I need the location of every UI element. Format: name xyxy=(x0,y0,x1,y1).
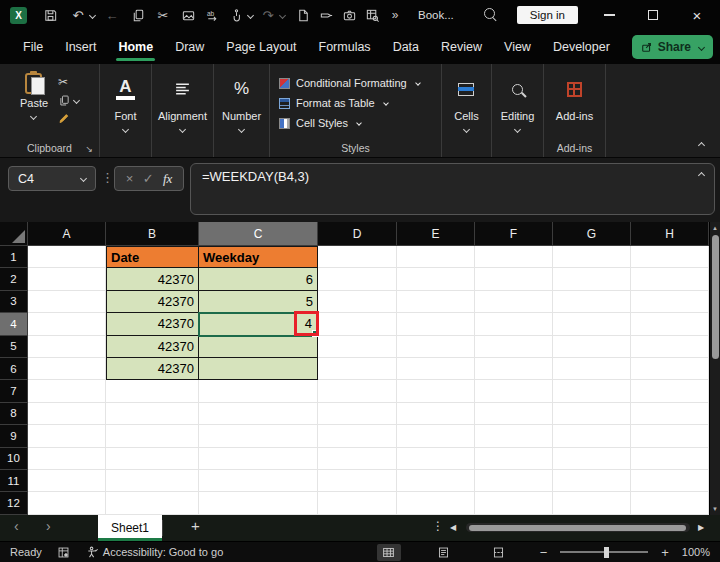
number-button[interactable]: % Number xyxy=(222,71,261,132)
cell-f1[interactable] xyxy=(475,246,553,268)
cell-b11[interactable] xyxy=(106,470,199,492)
cell-h5[interactable] xyxy=(631,336,709,358)
cell-c1[interactable]: Weekday xyxy=(199,246,318,268)
cell-g10[interactable] xyxy=(553,448,631,470)
cell-h3[interactable] xyxy=(631,291,709,313)
row-header-7[interactable]: 7 xyxy=(0,380,28,402)
cell-a11[interactable] xyxy=(28,470,106,492)
cell-g9[interactable] xyxy=(553,425,631,447)
tab-file[interactable]: File xyxy=(12,30,54,64)
minimize-button[interactable] xyxy=(600,6,618,24)
cell-a12[interactable] xyxy=(28,492,106,514)
cell-g11[interactable] xyxy=(553,470,631,492)
cell-e12[interactable] xyxy=(397,492,475,514)
cell-d1[interactable] xyxy=(318,246,397,268)
tab-data[interactable]: Data xyxy=(382,30,430,64)
formula-bar-ellipsis-icon[interactable]: ⋮ xyxy=(101,170,114,185)
cell-f5[interactable] xyxy=(475,336,553,358)
cell-b7[interactable] xyxy=(106,380,199,402)
tab-draw[interactable]: Draw xyxy=(164,30,215,64)
prev-sheet-icon[interactable]: ‹ xyxy=(14,518,19,534)
cell-c6[interactable] xyxy=(199,358,318,380)
undo-icon[interactable]: ↶ xyxy=(69,6,87,24)
cell-h6[interactable] xyxy=(631,358,709,380)
tab-formulas[interactable]: Formulas xyxy=(308,30,382,64)
cell-f9[interactable] xyxy=(475,425,553,447)
more-commands-icon[interactable]: » xyxy=(386,6,404,24)
cell-f7[interactable] xyxy=(475,380,553,402)
cell-d7[interactable] xyxy=(318,380,397,402)
column-header-d[interactable]: D xyxy=(318,222,397,246)
cell-a6[interactable] xyxy=(28,358,106,380)
zoom-level[interactable]: 100% xyxy=(682,546,710,558)
addins-button[interactable]: Add-ins xyxy=(556,71,593,122)
cell-a2[interactable] xyxy=(28,268,106,290)
cell-h8[interactable] xyxy=(631,403,709,425)
conditional-formatting-button[interactable]: Conditional Formatting xyxy=(270,73,441,93)
font-button[interactable]: A Font xyxy=(114,71,136,132)
cell-e11[interactable] xyxy=(397,470,475,492)
row-header-9[interactable]: 9 xyxy=(0,425,28,447)
enter-icon[interactable]: ✓ xyxy=(143,171,154,186)
cell-b10[interactable] xyxy=(106,448,199,470)
scroll-up-icon[interactable]: ▲ xyxy=(710,225,720,231)
cell-a9[interactable] xyxy=(28,425,106,447)
cell-d2[interactable] xyxy=(318,268,397,290)
cell-e10[interactable] xyxy=(397,448,475,470)
format-as-table-button[interactable]: Format as Table xyxy=(270,93,441,113)
cell-h11[interactable] xyxy=(631,470,709,492)
scroll-down-icon[interactable]: ▼ xyxy=(710,506,720,512)
cell-f11[interactable] xyxy=(475,470,553,492)
row-header-4[interactable]: 4 xyxy=(0,313,28,335)
cell-d6[interactable] xyxy=(318,358,397,380)
cell-h4[interactable] xyxy=(631,313,709,335)
cell-c11[interactable] xyxy=(199,470,318,492)
row-header-11[interactable]: 11 xyxy=(0,470,28,492)
cell-d10[interactable] xyxy=(318,448,397,470)
cell-f10[interactable] xyxy=(475,448,553,470)
cell-c2[interactable]: 6 xyxy=(199,268,318,290)
cell-d4[interactable] xyxy=(318,313,397,335)
cell-b9[interactable] xyxy=(106,425,199,447)
cell-g5[interactable] xyxy=(553,336,631,358)
screen-clip-icon[interactable] xyxy=(179,6,197,24)
cell-e5[interactable] xyxy=(397,336,475,358)
save-icon[interactable] xyxy=(41,6,59,24)
next-sheet-icon[interactable]: › xyxy=(46,518,51,534)
cell-b2[interactable]: 42370 xyxy=(106,268,199,290)
cell-e1[interactable] xyxy=(397,246,475,268)
page-break-view-button[interactable] xyxy=(487,544,511,561)
cell-e4[interactable] xyxy=(397,313,475,335)
camera-icon[interactable] xyxy=(340,6,358,24)
cell-h9[interactable] xyxy=(631,425,709,447)
cell-b3[interactable]: 42370 xyxy=(106,291,199,313)
cell-a3[interactable] xyxy=(28,291,106,313)
name-box-chevron-icon[interactable] xyxy=(80,175,87,182)
cell-f3[interactable] xyxy=(475,291,553,313)
row-header-1[interactable]: 1 xyxy=(0,246,28,268)
cell-f12[interactable] xyxy=(475,492,553,514)
cell-f6[interactable] xyxy=(475,358,553,380)
horizontal-scrollbar[interactable] xyxy=(466,523,690,532)
row-header-3[interactable]: 3 xyxy=(0,291,28,313)
cell-e2[interactable] xyxy=(397,268,475,290)
collapse-ribbon-icon[interactable] xyxy=(698,142,705,149)
cell-a10[interactable] xyxy=(28,448,106,470)
cell-b5[interactable]: 42370 xyxy=(106,336,199,358)
cell-h10[interactable] xyxy=(631,448,709,470)
column-header-h[interactable]: H xyxy=(631,222,709,246)
tab-view[interactable]: View xyxy=(493,30,542,64)
cell-f2[interactable] xyxy=(475,268,553,290)
cell-d12[interactable] xyxy=(318,492,397,514)
accessibility-status[interactable]: Accessibility: Good to go xyxy=(86,546,223,559)
share-button[interactable]: Share xyxy=(632,35,713,59)
cell-a7[interactable] xyxy=(28,380,106,402)
column-header-f[interactable]: F xyxy=(475,222,553,246)
tab-home[interactable]: Home xyxy=(107,30,164,64)
cell-g8[interactable] xyxy=(553,403,631,425)
ink-pen-icon[interactable] xyxy=(317,6,335,24)
undo-chevron-icon[interactable] xyxy=(89,11,96,18)
zoom-slider-thumb[interactable] xyxy=(604,547,609,558)
cell-d3[interactable] xyxy=(318,291,397,313)
maximize-button[interactable] xyxy=(644,6,662,24)
